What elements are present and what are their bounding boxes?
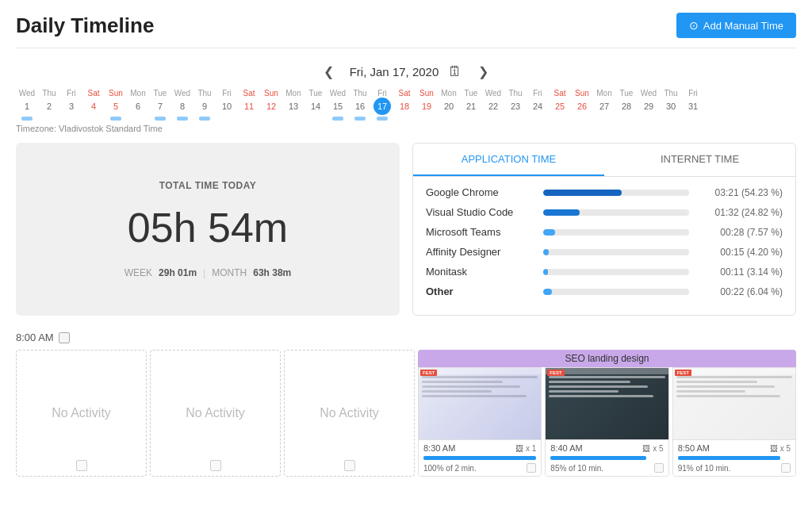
seo-label: SEO landing design [418,350,796,367]
calendar-day[interactable]: Thu23 [504,89,527,121]
screen-line [676,390,746,393]
calendar-day[interactable]: Fri24 [527,89,549,121]
tab-internet-time[interactable]: INTERNET TIME [604,144,795,176]
app-name: Microsoft Teams [426,226,537,238]
card-checkbox-3[interactable] [344,460,355,471]
day-num: 12 [262,98,280,115]
month-label: MONTH [212,267,247,278]
day-dow: Sat [398,89,410,98]
calendar-day[interactable]: Tue14 [304,89,327,121]
day-bar [332,117,343,121]
calendar-day[interactable]: Tue28 [615,89,638,121]
card-checkbox-1[interactable] [76,460,87,471]
app-name: Visual Studio Code [426,206,537,218]
calendar-day[interactable]: Sun19 [416,89,438,121]
screenshot-checkbox[interactable] [527,463,536,473]
day-dow: Fri [222,89,232,98]
no-activity-card-1: No Activity [16,350,147,477]
app-time-pct: 00:22 (6.04 %) [695,286,783,297]
screenshot-progress-bar [423,456,536,460]
calendar-day[interactable]: Tue21 [460,89,482,121]
card-checkbox-2[interactable] [210,460,221,471]
screen-line [422,395,527,397]
day-bar [621,117,632,121]
screenshot-count: 🖼 x 5 [642,444,663,453]
day-dow: Sun [419,89,434,98]
day-dow: Sat [553,89,565,98]
date-navigation: ❮ Fri, Jan 17, 2020 🗓 ❯ [16,61,796,82]
screenshot-card[interactable]: FEST 8:50 AM🖼 x 591% of 10 min. [672,367,796,477]
calendar-day[interactable]: Sat18 [393,89,416,121]
day-dow: Fri [377,89,387,98]
day-num: 16 [351,98,369,115]
calendar-day[interactable]: Wed22 [482,89,504,121]
calendar-day[interactable]: Sat4 [82,89,105,121]
prev-date-button[interactable]: ❮ [317,61,340,82]
calendar-day[interactable]: Fri31 [682,89,704,121]
screenshot-time: 8:40 AM [550,443,582,453]
week-label: WEEK [124,267,152,278]
day-num: 26 [573,98,591,115]
screenshot-placeholder: FEST [419,368,541,439]
calendar-day[interactable]: Thu30 [660,89,682,121]
calendar-day[interactable]: Thu2 [38,89,60,121]
screenshot-footer: 8:50 AM🖼 x 591% of 10 min. [673,439,795,476]
calendar-day[interactable]: Wed1 [16,89,38,121]
screenshot-checkbox[interactable] [781,463,791,473]
calendar-day[interactable]: Fri17 [371,89,393,121]
calendar-day[interactable]: Sat11 [238,89,260,121]
day-dow: Mon [596,89,611,98]
calendar-day[interactable]: Sat25 [549,89,571,121]
screenshot-time-row: 8:30 AM🖼 x 1 [423,443,536,453]
screenshot-card[interactable]: FEST 8:30 AM🖼 x 1100% of 2 min. [418,367,542,477]
screen-line [549,395,653,397]
screenshot-placeholder: FEST [546,368,668,439]
calendar-day[interactable]: Thu9 [193,89,216,121]
app-time-pct: 00:28 (7.57 %) [695,227,783,238]
screen-line [422,390,492,393]
day-num: 27 [596,98,613,115]
app-row: Microsoft Teams00:28 (7.57 %) [426,226,783,238]
screenshot-count: 🖼 x 5 [770,444,791,453]
screenshot-card[interactable]: FEST 8:40 AM🖼 x 585% of 10 min. [545,367,668,477]
calendar-day[interactable]: Mon6 [127,89,149,121]
app-bar-container [543,269,689,275]
seo-cards: FEST 8:30 AM🖼 x 1100% of 2 min. FEST 8:4… [418,367,796,477]
add-manual-time-button[interactable]: ⊙ Add Manual Time [676,13,796,38]
calendar-day[interactable]: Mon20 [438,89,460,121]
calendar-day[interactable]: Tue7 [149,89,171,121]
app-time-panel: APPLICATION TIME INTERNET TIME Google Ch… [412,143,796,316]
screenshot-time-row: 8:40 AM🖼 x 5 [550,443,663,453]
app-row: Affinity Designer00:15 (4.20 %) [426,246,783,258]
calendar-day[interactable]: Wed29 [638,89,660,121]
week-value: 29h 01m [159,267,197,278]
calendar-day[interactable]: Thu16 [349,89,371,121]
no-activity-card-2: No Activity [150,350,281,477]
calendar-day[interactable]: Fri10 [216,89,238,121]
next-date-button[interactable]: ❯ [472,61,495,82]
calendar-day[interactable]: Sun26 [571,89,593,121]
no-activity-label-1: No Activity [52,406,111,420]
fest-badge: FEST [547,370,564,376]
total-time-value: 05h 54m [128,204,288,251]
calendar-day[interactable]: Mon13 [282,89,304,121]
day-bar [643,117,654,121]
image-icon: 🖼 [770,444,778,453]
calendar-day[interactable]: Mon27 [593,89,615,121]
day-num: 14 [307,98,324,115]
calendar-day[interactable]: Wed15 [327,89,349,121]
day-bar [266,117,277,121]
calendar-day[interactable]: Sun12 [260,89,282,121]
calendar-icon[interactable]: 🗓 [448,63,462,80]
screenshot-checkbox[interactable] [654,463,664,473]
day-bar [44,117,55,121]
day-dow: Tue [620,89,634,98]
calendar-day[interactable]: Wed8 [171,89,193,121]
timezone-label: Timezone: Vladivostok Standard Time [16,124,796,133]
day-num: 4 [85,98,102,115]
calendar-day[interactable]: Sun5 [105,89,127,121]
tab-application-time[interactable]: APPLICATION TIME [413,144,604,176]
calendar-day[interactable]: Fri3 [60,89,82,121]
time-marker-value: 8:00 AM [16,331,54,343]
day-bar [665,117,676,121]
